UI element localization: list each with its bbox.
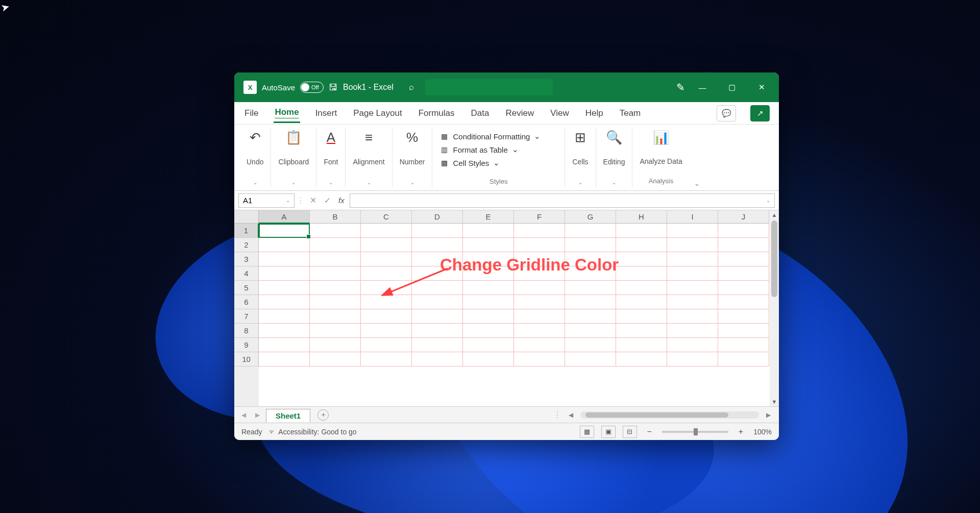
- cell[interactable]: [412, 224, 463, 238]
- autosave-control[interactable]: AutoSave Off: [262, 82, 324, 93]
- maximize-button[interactable]: ▢: [720, 75, 744, 100]
- group-cells[interactable]: ⊞ Cells ⌄: [565, 128, 596, 187]
- cell[interactable]: [514, 309, 565, 324]
- group-alignment[interactable]: ≡ Alignment ⌄: [346, 128, 392, 187]
- slider-knob-icon[interactable]: [694, 428, 698, 435]
- cell[interactable]: [463, 352, 514, 367]
- row-header[interactable]: 2: [234, 238, 259, 252]
- tab-home[interactable]: Home: [274, 103, 300, 123]
- group-analyze[interactable]: 📊 Analyze Data Analysis: [632, 128, 689, 187]
- cell[interactable]: [667, 295, 718, 309]
- row-header[interactable]: 8: [234, 324, 259, 338]
- tab-insert[interactable]: Insert: [314, 104, 338, 123]
- row-header[interactable]: 9: [234, 338, 259, 352]
- view-page-break-button[interactable]: ⊟: [623, 426, 637, 438]
- cell[interactable]: [463, 238, 514, 252]
- select-all-corner[interactable]: [234, 210, 259, 224]
- hscroll-right-icon[interactable]: ▶: [762, 411, 775, 419]
- group-font[interactable]: A Font ⌄: [316, 128, 346, 187]
- group-clipboard[interactable]: 📋 Clipboard ⌄: [271, 128, 316, 187]
- cell[interactable]: [616, 266, 667, 281]
- tab-page-layout[interactable]: Page Layout: [352, 104, 403, 123]
- cell[interactable]: [412, 252, 463, 266]
- minimize-button[interactable]: —: [690, 75, 715, 100]
- row-header[interactable]: 5: [234, 281, 259, 295]
- group-editing[interactable]: 🔍 Editing ⌄: [596, 128, 633, 187]
- cell[interactable]: [718, 252, 769, 266]
- scroll-up-icon[interactable]: ▲: [770, 210, 779, 219]
- row-header[interactable]: 10: [234, 352, 259, 367]
- cell[interactable]: [259, 224, 310, 238]
- cell[interactable]: [514, 352, 565, 367]
- scrollbar-thumb[interactable]: [585, 412, 728, 418]
- close-button[interactable]: ✕: [749, 75, 774, 100]
- accessibility-status[interactable]: ᯤ Accessibility: Good to go: [269, 428, 356, 436]
- cell[interactable]: [667, 324, 718, 338]
- cell[interactable]: [310, 252, 361, 266]
- tab-view[interactable]: View: [549, 104, 570, 123]
- cell[interactable]: [361, 281, 412, 295]
- cell[interactable]: [412, 238, 463, 252]
- cell-styles-button[interactable]: ▩ Cell Styles ⌄: [439, 156, 500, 169]
- cell[interactable]: [667, 281, 718, 295]
- column-header[interactable]: E: [463, 210, 514, 224]
- cell[interactable]: [565, 324, 616, 338]
- cell[interactable]: [310, 238, 361, 252]
- tab-file[interactable]: File: [243, 104, 259, 123]
- cancel-formula-button[interactable]: ✕: [307, 194, 319, 207]
- cell[interactable]: [412, 352, 463, 367]
- cell[interactable]: [259, 252, 310, 266]
- cell[interactable]: [310, 295, 361, 309]
- group-number[interactable]: % Number ⌄: [393, 128, 433, 187]
- column-header[interactable]: F: [514, 210, 565, 224]
- cell[interactable]: [463, 266, 514, 281]
- cell[interactable]: [361, 324, 412, 338]
- cell[interactable]: [616, 224, 667, 238]
- view-normal-button[interactable]: ▦: [580, 426, 594, 438]
- cells-area[interactable]: Change Gridline Color: [259, 224, 770, 406]
- cell[interactable]: [310, 338, 361, 352]
- tab-formulas[interactable]: Formulas: [418, 104, 456, 123]
- column-header[interactable]: A: [259, 210, 310, 224]
- cell[interactable]: [259, 281, 310, 295]
- cell[interactable]: [514, 324, 565, 338]
- cell[interactable]: [361, 338, 412, 352]
- cell[interactable]: [259, 352, 310, 367]
- cell[interactable]: [259, 309, 310, 324]
- cell[interactable]: [718, 295, 769, 309]
- column-header[interactable]: I: [667, 210, 718, 224]
- cell[interactable]: [667, 266, 718, 281]
- row-header[interactable]: 3: [234, 252, 259, 266]
- cell[interactable]: [565, 252, 616, 266]
- cell[interactable]: [361, 266, 412, 281]
- cell[interactable]: [718, 224, 769, 238]
- cell[interactable]: [565, 266, 616, 281]
- cell[interactable]: [412, 295, 463, 309]
- row-headers[interactable]: 12345678910: [234, 224, 259, 406]
- sheet-nav-prev-icon[interactable]: ◀: [238, 411, 249, 419]
- zoom-in-button[interactable]: +: [736, 427, 746, 436]
- cell[interactable]: [361, 295, 412, 309]
- enter-formula-button[interactable]: ✓: [321, 194, 333, 207]
- cell[interactable]: [310, 281, 361, 295]
- cell[interactable]: [259, 324, 310, 338]
- cell[interactable]: [463, 338, 514, 352]
- cell[interactable]: [616, 338, 667, 352]
- cell[interactable]: [514, 224, 565, 238]
- cell[interactable]: [616, 295, 667, 309]
- cell[interactable]: [514, 238, 565, 252]
- pen-sparkle-icon[interactable]: ✎: [676, 81, 685, 93]
- fx-label[interactable]: fx: [338, 196, 345, 205]
- column-header[interactable]: B: [310, 210, 361, 224]
- format-as-table-button[interactable]: ▥ Format as Table ⌄: [439, 143, 518, 156]
- cell[interactable]: [718, 309, 769, 324]
- cell[interactable]: [412, 338, 463, 352]
- vertical-scrollbar[interactable]: ▲ ▼: [770, 210, 779, 406]
- cell[interactable]: [463, 224, 514, 238]
- spreadsheet-grid[interactable]: ABCDEFGHIJ 12345678910 Change Gridline C…: [234, 210, 779, 406]
- ribbon-collapse-button[interactable]: ⌄: [690, 128, 705, 187]
- add-sheet-button[interactable]: ＋: [317, 409, 329, 421]
- cell[interactable]: [667, 238, 718, 252]
- cell[interactable]: [718, 338, 769, 352]
- column-header[interactable]: G: [565, 210, 616, 224]
